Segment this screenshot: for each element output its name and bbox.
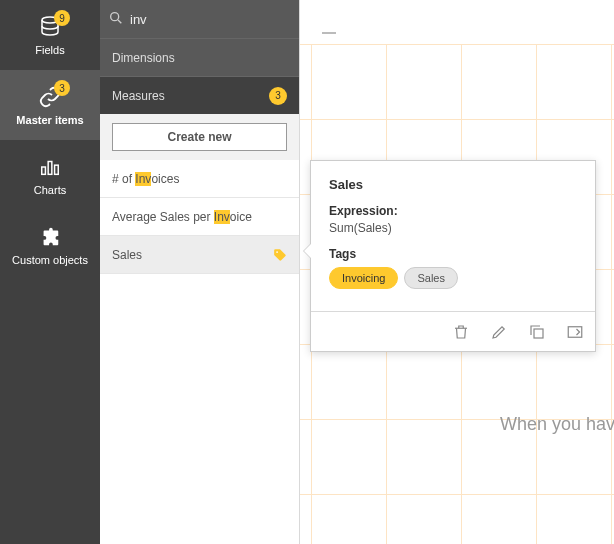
- list-item[interactable]: Sales: [100, 236, 299, 274]
- delete-button[interactable]: [451, 322, 471, 342]
- tag-chip[interactable]: Sales: [404, 267, 458, 289]
- svg-rect-9: [534, 329, 543, 338]
- tags-label: Tags: [329, 247, 577, 261]
- puzzle-icon: [37, 224, 63, 250]
- rail-item-custom-objects[interactable]: Custom objects: [0, 210, 100, 280]
- svg-rect-3: [55, 165, 59, 174]
- sheet-canvas[interactable]: When you hav Sales Expression: Sum(Sales…: [300, 0, 614, 544]
- tag-icon: [273, 248, 287, 262]
- rail-badge-fields: 9: [54, 10, 70, 26]
- rail-item-fields[interactable]: 9 Fields: [0, 0, 100, 70]
- search-input[interactable]: [130, 12, 298, 27]
- rail-label: Custom objects: [12, 254, 88, 266]
- measures-list: # of Invoices Average Sales per Invoice …: [100, 160, 299, 274]
- popover-title: Sales: [329, 177, 577, 192]
- create-new-button[interactable]: Create new: [112, 123, 287, 151]
- svg-line-5: [118, 20, 121, 23]
- expression-value: Sum(Sales): [329, 221, 577, 235]
- section-label: Measures: [112, 89, 165, 103]
- assets-panel: Dimensions Measures 3 Create new # of In…: [100, 0, 300, 544]
- list-item-label: Average Sales per Invoice: [112, 210, 252, 224]
- edit-button[interactable]: [489, 322, 509, 342]
- measures-count-badge: 3: [269, 87, 287, 105]
- sheet-handle: [322, 32, 336, 34]
- svg-rect-2: [48, 162, 52, 175]
- rail-badge-master: 3: [54, 80, 70, 96]
- rail-label: Fields: [35, 44, 64, 56]
- section-measures[interactable]: Measures 3: [100, 76, 299, 114]
- list-item-label: # of Invoices: [112, 172, 179, 186]
- canvas-placeholder: When you hav: [500, 414, 614, 435]
- search-icon: [108, 10, 124, 28]
- rail-item-master-items[interactable]: 3 Master items: [0, 70, 100, 140]
- section-dimensions[interactable]: Dimensions: [100, 38, 299, 76]
- list-item[interactable]: # of Invoices: [100, 160, 299, 198]
- expand-button[interactable]: [565, 322, 585, 342]
- bar-chart-icon: [37, 154, 63, 180]
- rail-label: Master items: [16, 114, 83, 126]
- measure-popover: Sales Expression: Sum(Sales) Tags Invoic…: [310, 160, 596, 352]
- create-row: Create new: [100, 114, 299, 160]
- svg-point-4: [111, 13, 119, 21]
- svg-rect-1: [42, 167, 46, 174]
- rail-label: Charts: [34, 184, 66, 196]
- duplicate-button[interactable]: [527, 322, 547, 342]
- list-item[interactable]: Average Sales per Invoice: [100, 198, 299, 236]
- search-row: [100, 0, 299, 38]
- svg-point-8: [276, 251, 278, 253]
- list-item-label: Sales: [112, 248, 142, 262]
- expression-label: Expression:: [329, 204, 577, 218]
- tag-chip[interactable]: Invoicing: [329, 267, 398, 289]
- rail-item-charts[interactable]: Charts: [0, 140, 100, 210]
- section-label: Dimensions: [112, 51, 175, 65]
